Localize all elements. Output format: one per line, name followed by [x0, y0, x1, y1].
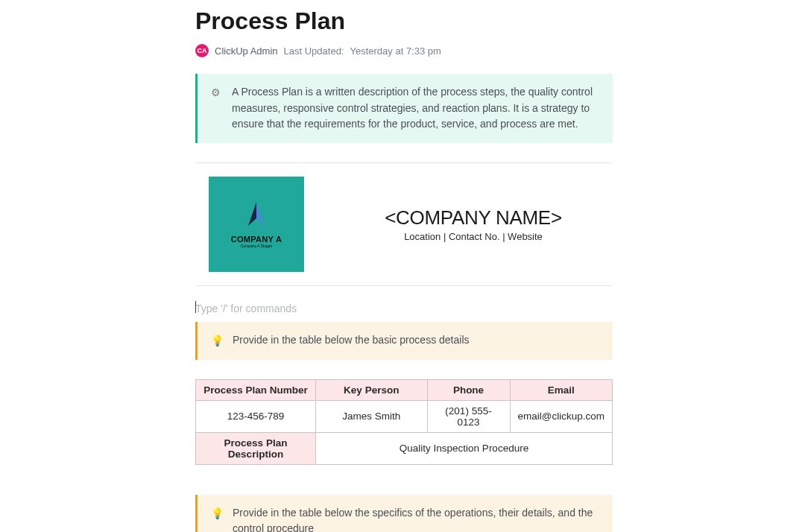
details-header: Key Person: [316, 379, 428, 400]
gear-icon: ⚙: [211, 85, 223, 101]
details-cell[interactable]: 123-456-789: [196, 400, 316, 432]
company-header: COMPANY A Company A Slogan <COMPANY NAME…: [195, 177, 613, 272]
details-desc-label: Process Plan Description: [196, 432, 316, 464]
details-cell[interactable]: (201) 555-0123: [427, 400, 510, 432]
author-name[interactable]: ClickUp Admin: [215, 45, 278, 57]
details-header: Phone: [427, 379, 510, 400]
company-logo: COMPANY A Company A Slogan: [209, 177, 304, 272]
logo-slogan: Company A Slogan: [241, 244, 273, 248]
slash-command-input[interactable]: Type '/' for commands: [195, 300, 613, 317]
intro-callout: ⚙ A Process Plan is a written descriptio…: [195, 74, 613, 143]
logo-name: COMPANY A: [231, 235, 282, 244]
details-cell[interactable]: James Smith: [316, 400, 428, 432]
ops-callout: 💡 Provide in the table below the specifi…: [195, 495, 613, 532]
intro-callout-text: A Process Plan is a written description …: [232, 84, 599, 133]
details-table[interactable]: Process Plan Number Key Person Phone Ema…: [195, 379, 613, 465]
details-cell[interactable]: email@clickup.com: [510, 400, 613, 432]
details-header: Process Plan Number: [196, 379, 316, 400]
divider: [195, 285, 613, 286]
meta-row: CA ClickUp Admin Last Updated: Yesterday…: [195, 44, 613, 57]
page-title: Process Plan: [195, 7, 613, 35]
company-subline[interactable]: Location | Contact No. | Website: [334, 231, 613, 242]
details-callout-text: Provide in the table below the basic pro…: [233, 332, 470, 349]
logo-icon: [244, 200, 269, 230]
last-updated-value: Yesterday at 7:33 pm: [350, 45, 441, 57]
divider: [195, 162, 613, 163]
details-desc-value[interactable]: Quality Inspection Procedure: [316, 432, 613, 464]
ops-callout-text: Provide in the table below the specifics…: [233, 505, 599, 532]
details-callout: 💡 Provide in the table below the basic p…: [195, 322, 613, 360]
svg-marker-1: [256, 202, 265, 226]
lightbulb-icon: 💡: [211, 506, 224, 522]
svg-marker-0: [248, 202, 256, 226]
company-name-placeholder[interactable]: <COMPANY NAME>: [334, 206, 613, 229]
lightbulb-icon: 💡: [211, 333, 224, 349]
last-updated-label: Last Updated:: [284, 45, 344, 57]
author-avatar[interactable]: CA: [195, 44, 209, 57]
details-header: Email: [510, 379, 613, 400]
